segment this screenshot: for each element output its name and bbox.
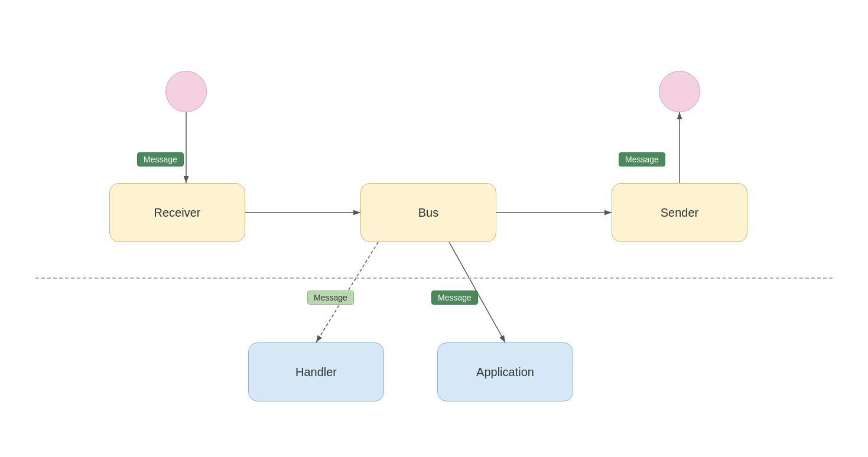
- receiver-node: Receiver: [109, 183, 245, 242]
- bus-node: Bus: [360, 183, 496, 242]
- message-label-top-right: Message: [619, 152, 665, 167]
- handler-node: Handler: [248, 342, 384, 401]
- sender-node: Sender: [612, 183, 747, 242]
- diagram-container: Message Message Receiver Bus Sender Mess…: [0, 0, 868, 457]
- right-actor: [659, 71, 700, 112]
- message-label-bottom-left: Message: [307, 290, 354, 305]
- divider-line: [35, 278, 833, 279]
- left-actor: [165, 71, 207, 112]
- application-node: Application: [437, 342, 573, 401]
- message-label-bottom-right: Message: [431, 290, 478, 305]
- message-label-top-left: Message: [137, 152, 184, 167]
